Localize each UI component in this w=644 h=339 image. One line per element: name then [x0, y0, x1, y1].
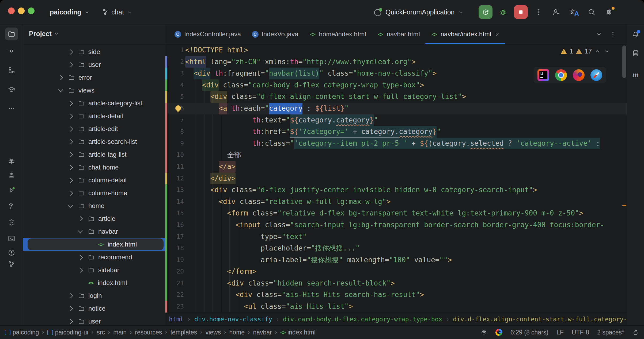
tree-expand-chevron[interactable] [78, 216, 83, 221]
code-line-18[interactable]: 18 placeholder="搜你想搜..." [165, 242, 627, 254]
tree-item-article-edit[interactable]: article-edit [23, 122, 165, 135]
code-line-6[interactable]: 6 <a th:each="category : ${list}" [165, 103, 627, 114]
minimize-window-button[interactable] [18, 7, 25, 14]
file-encoding[interactable]: UTF-8 [572, 329, 589, 336]
code-editor[interactable]: ! 1 ! 17 IJ 1<!DOCTYPE html>2<html lang=… [165, 44, 627, 313]
google-icon[interactable] [495, 329, 502, 336]
breadcrumb-div.card-body.d-flex.category-wrap.type-box[interactable]: div.card-body.d-flex.category-wrap.type-… [283, 316, 442, 323]
tree-expand-chevron[interactable] [68, 191, 73, 195]
tree-expand-chevron[interactable] [68, 114, 73, 118]
firefox-browser-icon[interactable] [573, 69, 585, 81]
tab-IndexController.java[interactable]: CIndexController.java [169, 24, 246, 44]
next-problem-icon[interactable] [604, 48, 610, 55]
code-line-23[interactable]: 23 <ul class="ais-Hits-list"> [165, 301, 627, 313]
path-segment-paicoding-ui[interactable]: paicoding-ui [47, 329, 88, 336]
chrome-browser-icon[interactable] [555, 69, 567, 81]
intention-bulb-icon[interactable] [175, 105, 181, 111]
previous-problem-icon[interactable] [594, 48, 601, 55]
run-tool-button[interactable] [5, 184, 18, 197]
code-line-11[interactable]: 11 </a> [165, 161, 627, 173]
code-line-12[interactable]: 12 </div> [165, 173, 627, 184]
project-switcher[interactable]: paicoding [50, 8, 90, 16]
translate-button[interactable]: 文A [567, 5, 581, 19]
tree-item-column-detail[interactable]: column-detail [23, 174, 165, 187]
breadcrumb-div.home-nav-classify[interactable]: div.home-nav-classify [194, 316, 272, 323]
tree-expand-chevron[interactable] [78, 268, 83, 272]
code-line-17[interactable]: 17 type="text" [165, 231, 627, 243]
code-line-1[interactable]: 1<!DOCTYPE html> [165, 44, 627, 56]
tree-item-recommend[interactable]: recommend [23, 251, 165, 264]
tree-expand-chevron[interactable] [68, 152, 73, 157]
inspections-widget[interactable]: ! 1 ! 17 [561, 48, 610, 55]
tree-item-column-home[interactable]: column-home [23, 187, 165, 199]
search-everywhere-button[interactable] [585, 5, 598, 19]
tree-expand-chevron[interactable] [68, 62, 73, 67]
add-user-button[interactable] [549, 5, 563, 19]
safari-browser-icon[interactable] [590, 69, 602, 81]
path-segment-index.html[interactable]: <>index.html [280, 329, 316, 336]
indent-style[interactable]: 2 spaces* [597, 329, 624, 336]
code-line-16[interactable]: 16 <input class="search-input lg:bg-tran… [165, 219, 627, 231]
caret-position[interactable]: 6:29 (8 chars) [510, 329, 548, 336]
database-tool-button[interactable] [630, 47, 642, 59]
run-configuration[interactable]: QuickForumApplication [374, 8, 464, 16]
code-line-8[interactable]: 8 th:href="${'?category=' + category.cat… [165, 126, 627, 138]
tree-item-user[interactable]: user [23, 58, 165, 71]
tree-item-article[interactable]: article [23, 212, 165, 225]
tree-expand-chevron[interactable] [68, 49, 73, 54]
more-tools-tool-button[interactable] [5, 102, 18, 115]
services-tool-button[interactable] [5, 216, 18, 229]
tree-item-index.html[interactable]: <>index.html [23, 238, 165, 251]
tree-expand-chevron[interactable] [68, 178, 73, 183]
debug-button[interactable] [496, 5, 510, 19]
build-tool-button[interactable] [5, 199, 18, 212]
path-segment-src[interactable]: src [97, 329, 105, 336]
tab-navbar/index.html[interactable]: <>navbar/index.html [425, 24, 505, 44]
version-control-tool-button[interactable] [5, 258, 18, 271]
tree-item-views[interactable]: views [23, 84, 165, 97]
structure-tool-button[interactable] [5, 64, 18, 77]
tree-expand-chevron[interactable] [68, 319, 73, 324]
tree-item-article-tag-list[interactable]: article-tag-list [23, 148, 165, 161]
path-segment-home[interactable]: home [229, 329, 245, 336]
problems-tool-button[interactable] [5, 246, 18, 259]
tree-item-sidebar[interactable]: sidebar [23, 264, 165, 276]
tree-expand-chevron[interactable] [68, 293, 73, 298]
editor-scrollbar[interactable] [622, 45, 626, 78]
code-line-14[interactable]: 14 <div class="relative w-full lg:max-w-… [165, 196, 627, 208]
code-line-7[interactable]: 7 th:text="${category.category}" [165, 114, 627, 126]
code-line-15[interactable]: 15 <form class="relative d-flex bg-trans… [165, 207, 627, 219]
notifications-tool-button[interactable] [630, 29, 642, 40]
close-window-button[interactable] [8, 7, 15, 14]
code-line-10[interactable]: 10 全部 [165, 149, 627, 161]
tree-item-navbar[interactable]: navbar [23, 225, 165, 238]
stop-button[interactable] [514, 5, 528, 19]
tab-IndexVo.java[interactable]: CIndexVo.java [246, 24, 304, 44]
tree-item-user[interactable]: user [23, 315, 165, 326]
breadcrumb-div.d-flex.align-content-start.w-full.category-list[interactable]: div.d-flex.align-content-start.w-full.ca… [453, 316, 627, 323]
code-line-22[interactable]: 22 <div class="ais-Hits Hits search-has-… [165, 289, 627, 301]
tab-home/index.html[interactable]: <>home/index.html [304, 24, 372, 44]
tree-expand-chevron[interactable] [68, 306, 73, 311]
tree-collapse-chevron[interactable] [68, 203, 73, 207]
tree-collapse-chevron[interactable] [78, 228, 83, 233]
profiler-tool-button[interactable] [5, 169, 18, 182]
tree-expand-chevron[interactable] [68, 126, 73, 131]
path-segment-templates[interactable]: templates [171, 329, 197, 336]
tree-expand-chevron[interactable] [68, 101, 73, 106]
tree-expand-chevron[interactable] [78, 255, 83, 260]
rerun-button[interactable] [479, 5, 493, 19]
code-line-21[interactable]: 21 <div class="hidden search-result-bloc… [165, 278, 627, 289]
code-line-20[interactable]: 20 </form> [165, 266, 627, 278]
project-panel-header[interactable]: Project [23, 24, 165, 43]
more-button[interactable] [532, 5, 545, 19]
line-separator[interactable]: LF [556, 329, 564, 336]
tree-item-home[interactable]: home [23, 199, 165, 212]
commit-tool-button[interactable] [5, 45, 18, 57]
tree-item-article-category-list[interactable]: article-category-list [23, 97, 165, 110]
tree-item-error[interactable]: error [23, 71, 165, 84]
intellij-browser-icon[interactable]: IJ [537, 69, 549, 81]
code-line-19[interactable]: 19 aria-label="搜你想搜" maxlength="100" val… [165, 254, 627, 266]
zoom-window-button[interactable] [28, 7, 35, 14]
tree-item-article-search-list[interactable]: article-search-list [23, 135, 165, 148]
